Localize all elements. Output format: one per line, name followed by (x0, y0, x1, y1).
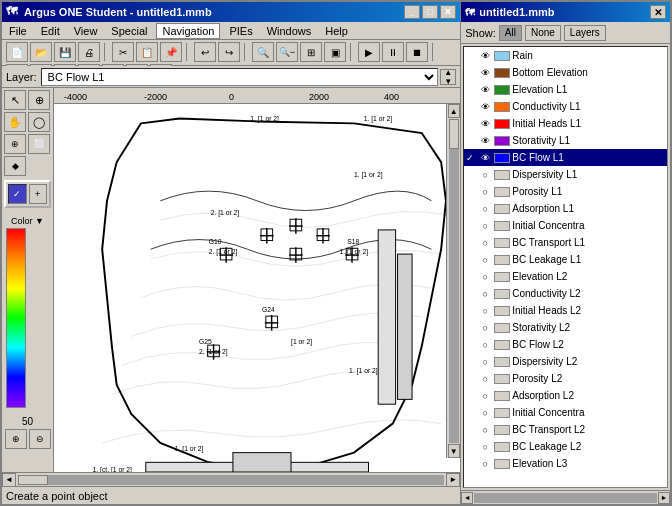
menu-edit[interactable]: Edit (36, 24, 65, 38)
layer-list-item[interactable]: ✓👁Storativity L1 (464, 132, 667, 149)
layer-list-item[interactable]: ✓○Conductivity L2 (464, 285, 667, 302)
layer-eye-icon[interactable]: 👁 (478, 118, 492, 130)
toolbar-copy[interactable]: 📋 (136, 42, 158, 62)
layer-list-item[interactable]: ✓👁Rain (464, 47, 667, 64)
layer-list-item[interactable]: ✓○Dispersivity L1 (464, 166, 667, 183)
tool-pan[interactable]: ✋ (4, 112, 26, 132)
toolbar-undo[interactable]: ↩ (194, 42, 216, 62)
layer-eye-icon[interactable]: ○ (478, 186, 492, 198)
layer-select[interactable]: BC Flow L1 (41, 68, 439, 86)
layer-list-item[interactable]: ✓○Elevation L2 (464, 268, 667, 285)
hscroll-thumb[interactable] (18, 475, 48, 485)
show-all-btn[interactable]: All (499, 25, 522, 41)
tool-node[interactable]: ◆ (4, 156, 26, 176)
close-button[interactable]: ✕ (440, 5, 456, 19)
toolbar-open[interactable]: 📂 (30, 42, 52, 62)
toolbar-stop[interactable]: ⏹ (406, 42, 428, 62)
layer-eye-icon[interactable]: 👁 (478, 84, 492, 96)
layer-list-item[interactable]: ✓○Initial Concentra (464, 404, 667, 421)
layer-list-item[interactable]: ✓○Porosity L2 (464, 370, 667, 387)
menu-help[interactable]: Help (320, 24, 353, 38)
layer-list[interactable]: ✓👁Rain✓👁Bottom Elevation✓👁Elevation L1✓👁… (463, 46, 668, 488)
tool-point[interactable]: ◯ (28, 112, 50, 132)
menu-view[interactable]: View (69, 24, 103, 38)
right-hscroll-right-btn[interactable]: ► (658, 492, 670, 504)
layer-list-item[interactable]: ✓👁Initial Heads L1 (464, 115, 667, 132)
layer-eye-icon[interactable]: ○ (478, 322, 492, 334)
layer-list-item[interactable]: ✓○BC Transport L2 (464, 421, 667, 438)
show-none-btn[interactable]: None (525, 25, 561, 41)
toolbar-print[interactable]: 🖨 (78, 42, 100, 62)
vscroll-down-btn[interactable]: ▼ (448, 444, 460, 458)
layer-list-item[interactable]: ✓○Elevation L3 (464, 455, 667, 472)
toolbar-paste[interactable]: 📌 (160, 42, 182, 62)
maximize-button[interactable]: □ (422, 5, 438, 19)
layer-list-item[interactable]: ✓👁Elevation L1 (464, 81, 667, 98)
layer-eye-icon[interactable]: ○ (478, 424, 492, 436)
layer-eye-icon[interactable]: 👁 (478, 152, 492, 164)
tool-select[interactable]: ↖ (4, 90, 26, 110)
layer-list-item[interactable]: ✓○Initial Heads L2 (464, 302, 667, 319)
layer-list-item[interactable]: ✓○Porosity L1 (464, 183, 667, 200)
tool-nav[interactable]: ⊕ (4, 134, 26, 154)
layer-list-item[interactable]: ✓👁BC Flow L1 (464, 149, 667, 166)
menu-navigation[interactable]: Navigation (156, 23, 220, 39)
layer-eye-icon[interactable]: ○ (478, 203, 492, 215)
layer-list-item[interactable]: ✓○Adsorption L2 (464, 387, 667, 404)
layer-eye-icon[interactable]: ○ (478, 288, 492, 300)
toolbar-redo[interactable]: ↪ (218, 42, 240, 62)
vscroll-up-btn[interactable]: ▲ (448, 104, 460, 118)
layer-dropdown-arrow[interactable]: ▲▼ (440, 69, 456, 85)
layer-eye-icon[interactable]: ○ (478, 271, 492, 283)
toolbar-cut[interactable]: ✂ (112, 42, 134, 62)
map-vscrollbar[interactable]: ▲ ▼ (446, 104, 460, 458)
layer-eye-icon[interactable]: ○ (478, 407, 492, 419)
layer-list-item[interactable]: ✓👁Bottom Elevation (464, 64, 667, 81)
hscroll-right-btn[interactable]: ► (446, 473, 460, 487)
show-layers-btn[interactable]: Layers (564, 25, 606, 41)
layer-list-item[interactable]: ✓○Initial Concentra (464, 217, 667, 234)
layer-list-item[interactable]: ✓○Storativity L2 (464, 319, 667, 336)
layer-eye-icon[interactable]: ○ (478, 373, 492, 385)
toolbar-fit[interactable]: ⊞ (300, 42, 322, 62)
layer-eye-icon[interactable]: 👁 (478, 67, 492, 79)
layer-eye-icon[interactable]: 👁 (478, 50, 492, 62)
toolbar-new[interactable]: 📄 (6, 42, 28, 62)
menu-special[interactable]: Special (106, 24, 152, 38)
layer-eye-icon[interactable]: ○ (478, 305, 492, 317)
tool-crosshair[interactable]: ⊕ (28, 90, 50, 110)
layer-list-item[interactable]: ✓○Dispersivity L2 (464, 353, 667, 370)
color-label[interactable]: Color ▼ (6, 216, 49, 226)
tool-poly[interactable]: ⬜ (28, 134, 50, 154)
menu-windows[interactable]: Windows (262, 24, 317, 38)
layer-eye-icon[interactable]: ○ (478, 441, 492, 453)
right-panel-close-btn[interactable]: ✕ (650, 5, 666, 19)
mini-btn-check[interactable]: ✓ (8, 184, 27, 204)
toolbar-zoom-in[interactable]: 🔍 (252, 42, 274, 62)
map-content[interactable]: 1. [1 or 2] 1. [1 or 2] 2. [1 or 2] G10 … (54, 104, 460, 472)
toolbar-pause[interactable]: ⏸ (382, 42, 404, 62)
toolbar-select[interactable]: ▣ (324, 42, 346, 62)
layer-eye-icon[interactable]: ○ (478, 339, 492, 351)
layer-list-item[interactable]: ✓○BC Transport L1 (464, 234, 667, 251)
zoom-out-btn[interactable]: ⊖ (29, 429, 51, 449)
layer-eye-icon[interactable]: ○ (478, 220, 492, 232)
mini-btn-plus[interactable]: + (29, 184, 48, 204)
menu-file[interactable]: File (4, 24, 32, 38)
map-area[interactable]: -4000 -2000 0 2000 400 (54, 88, 460, 472)
layer-list-item[interactable]: ✓○BC Flow L2 (464, 336, 667, 353)
layer-eye-icon[interactable]: 👁 (478, 101, 492, 113)
layer-eye-icon[interactable]: ○ (478, 169, 492, 181)
vscroll-thumb[interactable] (449, 119, 459, 149)
layer-list-item[interactable]: ✓○BC Leakage L2 (464, 438, 667, 455)
layer-eye-icon[interactable]: ○ (478, 458, 492, 470)
layer-eye-icon[interactable]: ○ (478, 254, 492, 266)
layer-eye-icon[interactable]: 👁 (478, 135, 492, 147)
hscroll-left-btn[interactable]: ◄ (2, 473, 16, 487)
layer-eye-icon[interactable]: ○ (478, 390, 492, 402)
minimize-button[interactable]: _ (404, 5, 420, 19)
zoom-in-btn[interactable]: ⊕ (5, 429, 27, 449)
toolbar-save[interactable]: 💾 (54, 42, 76, 62)
layer-list-item[interactable]: ✓○BC Leakage L1 (464, 251, 667, 268)
right-hscroll-left-btn[interactable]: ◄ (461, 492, 473, 504)
